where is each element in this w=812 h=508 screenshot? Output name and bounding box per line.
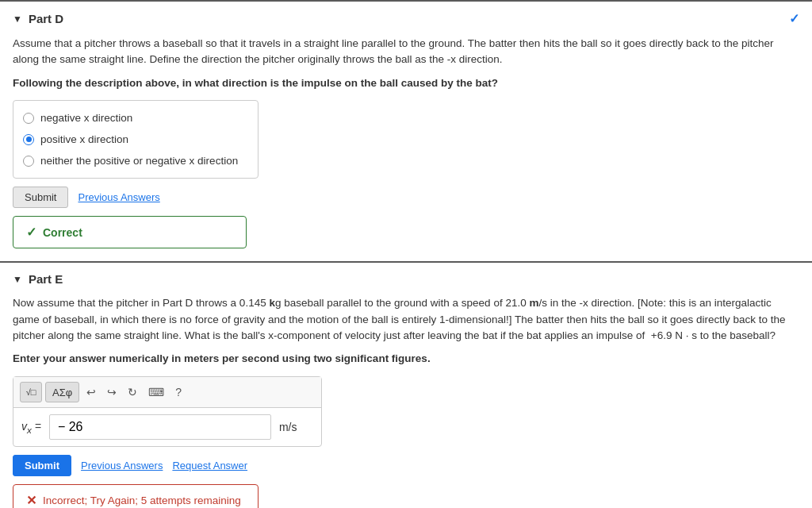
option-negative-x[interactable]: negative x direction xyxy=(23,107,248,129)
question-button[interactable]: ? xyxy=(171,383,186,401)
part-d-title: Part D xyxy=(29,12,63,25)
part-d-section: ▼ Part D ✓ Assume that a pitcher throws … xyxy=(0,0,812,261)
option-positive-x[interactable]: positive x direction xyxy=(23,129,248,150)
incorrect-x-icon: ✕ xyxy=(26,493,36,508)
part-e-title-row: ▼ Part E xyxy=(13,272,63,286)
part-d-complete-icon: ✓ xyxy=(789,11,799,26)
part-e-incorrect-box: ✕ Incorrect; Try Again; 5 attempts remai… xyxy=(13,484,259,508)
part-e-title: Part E xyxy=(29,272,63,286)
part-e-section: ▼ Part E Now assume that the pitcher in … xyxy=(0,261,812,508)
option-positive-x-label: positive x direction xyxy=(40,133,128,145)
redo-icon: ↪ xyxy=(107,386,117,398)
question-icon: ? xyxy=(175,386,182,398)
part-e-request-answer-link[interactable]: Request Answer xyxy=(172,460,247,471)
unit-label: m/s xyxy=(279,421,297,433)
part-d-question: Following the description above, in what… xyxy=(13,76,799,91)
refresh-button[interactable]: ↻ xyxy=(124,383,141,401)
part-d-previous-answers-link[interactable]: Previous Answers xyxy=(78,191,159,203)
correct-label: Correct xyxy=(43,226,82,239)
option-neither-x-label: neither the positive or negative x direc… xyxy=(40,155,238,167)
radio-negative-x[interactable] xyxy=(23,113,34,124)
incorrect-label: Incorrect; Try Again; 5 attempts remaini… xyxy=(43,495,241,506)
part-d-header: ▼ Part D ✓ xyxy=(13,11,799,26)
correct-checkmark-icon: ✓ xyxy=(26,225,36,240)
part-e-chevron[interactable]: ▼ xyxy=(13,274,22,285)
part-d-button-row: Submit Previous Answers xyxy=(13,187,799,208)
undo-icon: ↩ xyxy=(86,386,96,398)
option-neither-x[interactable]: neither the positive or negative x direc… xyxy=(23,150,248,171)
math-toolbar: √□ AΣφ ↩ ↪ ↻ ⌨ ? xyxy=(13,377,321,408)
part-e-question: Enter your answer numerically in meters … xyxy=(13,352,799,367)
part-d-title-row: ▼ Part D xyxy=(13,12,63,25)
keyboard-button[interactable]: ⌨ xyxy=(144,383,168,401)
ase-button[interactable]: AΣφ xyxy=(45,382,79,402)
math-input-container: √□ AΣφ ↩ ↪ ↻ ⌨ ? vx = m/s xyxy=(13,376,322,447)
part-e-description: Now assume that the pitcher in Part D th… xyxy=(13,295,799,344)
radio-positive-x[interactable] xyxy=(23,134,34,145)
part-d-chevron[interactable]: ▼ xyxy=(13,13,22,25)
refresh-icon: ↻ xyxy=(128,386,137,398)
sqrt-button[interactable]: √□ xyxy=(20,382,42,402)
math-answer-input[interactable] xyxy=(49,414,271,440)
part-d-description: Assume that a pitcher throws a baseball … xyxy=(13,36,799,68)
keyboard-icon: ⌨ xyxy=(148,386,164,398)
part-e-button-row: Submit Previous Answers Request Answer xyxy=(13,455,799,476)
math-input-row: vx = m/s xyxy=(13,408,321,446)
redo-button[interactable]: ↪ xyxy=(103,383,121,401)
part-e-previous-answers-link[interactable]: Previous Answers xyxy=(81,460,163,471)
part-d-correct-box: ✓ Correct xyxy=(13,216,247,248)
part-d-submit-button[interactable]: Submit xyxy=(13,187,68,208)
variable-label: vx = xyxy=(21,420,41,435)
sqrt-icon: √□ xyxy=(26,387,36,397)
option-negative-x-label: negative x direction xyxy=(40,112,132,124)
undo-button[interactable]: ↩ xyxy=(82,383,100,401)
radio-neither-x[interactable] xyxy=(23,156,34,167)
part-d-options: negative x direction positive x directio… xyxy=(13,100,259,179)
part-e-submit-button[interactable]: Submit xyxy=(13,455,71,476)
ase-icon: AΣφ xyxy=(52,387,72,398)
part-e-header: ▼ Part E xyxy=(13,272,799,286)
